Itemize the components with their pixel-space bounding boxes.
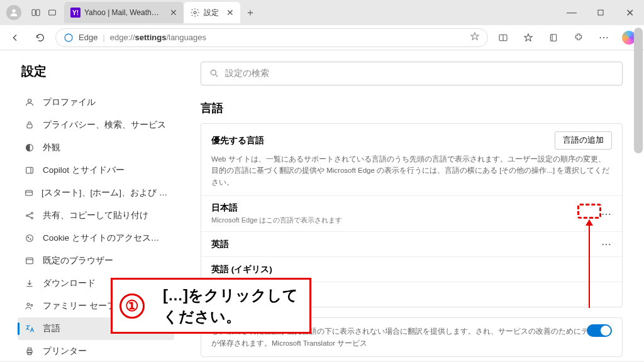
new-tab-button[interactable]: ＋ [240, 6, 260, 19]
language-icon [24, 324, 35, 334]
yahoo-favicon-icon: Y! [70, 8, 80, 18]
sidebar-item-downloads[interactable]: ダウンロード [18, 272, 174, 295]
sidebar-item-share[interactable]: 共有、コピーして貼り付け [18, 204, 174, 227]
svg-point-6 [65, 34, 72, 41]
preferred-languages-title: 優先する言語 [211, 135, 264, 146]
svg-point-26 [27, 303, 30, 305]
svg-point-23 [30, 239, 31, 239]
favorite-icon[interactable] [470, 31, 480, 43]
sidebar-icon [24, 165, 35, 175]
more-menu-icon[interactable]: ⋯ [594, 28, 614, 48]
language-more-icon[interactable]: ⋯ [601, 208, 612, 220]
close-tab-icon[interactable]: ✕ [226, 8, 234, 18]
language-more-icon[interactable]: ⋯ [601, 238, 612, 250]
language-name: 日本語 [211, 202, 342, 214]
profile-avatar[interactable] [6, 5, 21, 20]
close-window-button[interactable]: ✕ [615, 0, 644, 25]
language-name: 英語 (イギリス) [211, 264, 272, 275]
sidebar-item-copilot[interactable]: Copilot とサイドバー [18, 159, 174, 182]
sidebar-item-languages[interactable]: 言語 [18, 317, 174, 340]
browser-toolbar: Edge | edge://settings/languages ⋯ [0, 25, 644, 50]
svg-rect-1 [32, 9, 35, 15]
sidebar-item-default-browser[interactable]: 既定のブラウザー [18, 250, 174, 272]
sidebar-item-start[interactable]: [スタート]、[ホーム]、および [新規] タブ [18, 182, 174, 204]
sidebar-item-appearance[interactable]: 外観 [18, 136, 174, 159]
address-bar[interactable]: Edge | edge://settings/languages [55, 28, 488, 47]
minimize-button[interactable]: ― [557, 0, 586, 25]
refresh-button[interactable] [30, 28, 50, 48]
printer-icon [24, 346, 35, 356]
svg-point-19 [31, 212, 33, 214]
svg-point-35 [211, 70, 216, 75]
sidebar-item-cookies[interactable]: Cookie とサイトのアクセス許可 [18, 227, 174, 250]
maximize-button[interactable] [586, 0, 615, 25]
sidebar-item-privacy[interactable]: プライバシー、検索、サービス [18, 114, 174, 136]
close-tab-icon[interactable]: ✕ [170, 8, 177, 18]
svg-point-27 [31, 304, 33, 306]
language-name: 英語 (アメリカ合衆国) [211, 289, 299, 300]
tab-icon [24, 188, 34, 198]
svg-rect-24 [26, 258, 33, 263]
language-sub: Microsoft Edge はこの言語で表示されます [211, 216, 342, 225]
add-language-button[interactable]: 言語の追加 [555, 131, 612, 150]
svg-rect-29 [28, 348, 31, 350]
collections-icon[interactable] [543, 28, 564, 48]
language-row-japanese: 日本語 Microsoft Edge はこの言語で表示されます ⋯ [201, 195, 622, 231]
share-icon [24, 211, 35, 221]
appearance-icon [24, 143, 35, 153]
sidebar-item-profile[interactable]: プロファイル [18, 91, 174, 114]
svg-rect-30 [28, 352, 31, 354]
tab-label: 設定 [204, 8, 219, 18]
svg-rect-9 [550, 34, 556, 41]
settings-content: 設定の検索 言語 優先する言語 言語の追加 Web サイトは、一覧にあるサポート… [179, 50, 644, 361]
settings-search-input[interactable]: 設定の検索 [201, 62, 623, 85]
svg-point-4 [194, 11, 196, 14]
back-button[interactable] [5, 28, 25, 48]
svg-point-18 [26, 215, 28, 217]
preferred-languages-card: 優先する言語 言語の追加 Web サイトは、一覧にあるサポートされている言語のう… [201, 123, 623, 307]
svg-rect-14 [26, 167, 33, 173]
extensions-icon[interactable] [569, 28, 589, 48]
settings-page: 設定 プロファイル プライバシー、検索、サービス 外観 Copilot とサイド… [0, 50, 644, 361]
browser-icon [24, 256, 35, 266]
svg-point-20 [31, 217, 33, 219]
gear-favicon-icon [190, 8, 200, 18]
family-icon [24, 301, 35, 311]
search-placeholder: 設定の検索 [225, 68, 269, 79]
svg-rect-16 [26, 190, 33, 195]
translate-toggle[interactable] [587, 324, 612, 337]
tab-actions-icon[interactable] [44, 8, 60, 18]
settings-sidebar: 設定 プロファイル プライバシー、検索、サービス 外観 Copilot とサイド… [0, 50, 179, 361]
language-name: 英語 [211, 239, 229, 250]
browser-tab-yahoo[interactable]: Y! Yahoo | Mail, Weather, Search, Po ✕ [64, 2, 184, 23]
language-row-english-us: 英語 (アメリカ合衆国) ⋯ [201, 282, 622, 307]
svg-rect-5 [598, 10, 603, 15]
edge-icon [64, 33, 74, 43]
translate-desc: し、検出された言語が優先言語の下に表示されない場合に翻訳を提供します。され、サー… [211, 326, 612, 349]
translate-card: し、検出された言語が優先言語の下に表示されない場合に翻訳を提供します。され、サー… [201, 317, 623, 357]
preferred-languages-desc: Web サイトは、一覧にあるサポートされている言語のうち先頭の言語で表示されます… [201, 153, 622, 195]
sidebar-item-printers[interactable]: プリンター [18, 340, 174, 361]
sidebar-title: 設定 [21, 63, 174, 80]
svg-line-36 [216, 74, 218, 76]
browser-tab-settings[interactable]: 設定 ✕ [184, 2, 240, 23]
address-url: edge://settings/languages [110, 33, 206, 42]
svg-point-11 [28, 99, 31, 102]
sidebar-item-family[interactable]: ファミリー セーフティ [18, 295, 174, 317]
language-row-english: 英語 ⋯ [201, 231, 622, 256]
workspaces-icon[interactable] [28, 8, 44, 18]
lock-icon [24, 120, 35, 130]
section-title-languages: 言語 [201, 101, 623, 116]
svg-point-21 [26, 235, 33, 242]
favorites-icon[interactable] [518, 28, 538, 48]
download-icon [24, 278, 35, 288]
svg-rect-12 [27, 124, 32, 128]
language-row-english-uk: 英語 (イギリス) ⋯ [201, 256, 622, 282]
split-screen-icon[interactable] [493, 28, 513, 48]
tab-label: Yahoo | Mail, Weather, Search, Po [84, 8, 162, 17]
svg-rect-2 [36, 9, 40, 15]
address-brand: Edge [79, 33, 97, 42]
svg-point-22 [28, 237, 28, 238]
search-icon [209, 68, 219, 80]
svg-point-0 [12, 9, 15, 13]
